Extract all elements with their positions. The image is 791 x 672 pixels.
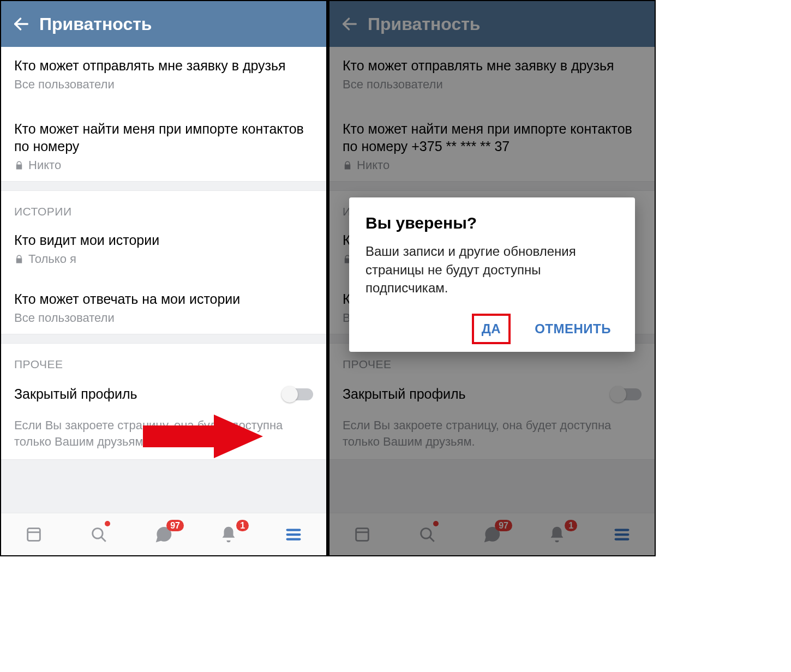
app-header: Приватность — [1, 1, 326, 47]
setting-friend-requests[interactable]: Кто может отправлять мне заявку в друзья… — [1, 47, 326, 100]
dialog-cancel-button[interactable]: ОТМЕНИТЬ — [527, 316, 619, 342]
bell-icon — [219, 525, 238, 544]
lock-icon — [14, 254, 24, 264]
messages-badge: 97 — [166, 520, 184, 531]
setting-title: Кто может найти меня при импорте контакт… — [14, 120, 313, 155]
menu-icon — [284, 525, 303, 544]
dialog-body: Ваши записи и другие обновления страницы… — [365, 242, 619, 297]
phone-left: Приватность Кто может отправлять мне зая… — [1, 1, 326, 555]
nav-notifications[interactable]: 1 — [216, 522, 241, 547]
setting-who-replies-stories[interactable]: Кто может отвечать на мои истории Все по… — [1, 280, 326, 334]
confirm-dialog: Вы уверены? Ваши записи и другие обновле… — [349, 197, 635, 352]
setting-title: Кто может отправлять мне заявку в друзья — [14, 57, 313, 74]
setting-closed-profile[interactable]: Закрытый профиль — [1, 374, 326, 410]
page-title: Приватность — [39, 14, 152, 34]
section-stories-header: ИСТОРИИ — [1, 191, 326, 221]
closed-profile-toggle[interactable] — [283, 388, 313, 400]
phone-right: Приватность Кто может отправлять мне зая… — [329, 1, 655, 555]
settings-content: Кто может отправлять мне заявку в друзья… — [1, 47, 326, 513]
svg-line-4 — [101, 537, 105, 541]
setting-value: Никто — [28, 158, 61, 172]
search-icon — [89, 525, 108, 544]
arrow-left-icon — [12, 15, 31, 33]
nav-messages[interactable]: 97 — [151, 522, 176, 547]
dialog-title: Вы уверены? — [365, 214, 619, 232]
setting-title: Кто может отвечать на мои истории — [14, 290, 313, 308]
notifications-badge: 1 — [236, 520, 249, 531]
section-other-header: ПРОЧЕЕ — [1, 344, 326, 374]
setting-title: Кто видит мои истории — [14, 231, 313, 249]
news-icon — [25, 525, 43, 544]
lock-icon — [14, 160, 24, 170]
setting-who-sees-stories[interactable]: Кто видит мои истории Только я — [1, 221, 326, 275]
svg-point-3 — [92, 528, 102, 538]
setting-value: Только я — [28, 252, 76, 266]
bottom-nav: 97 1 — [1, 513, 326, 555]
back-button[interactable] — [8, 15, 35, 33]
setting-value: Все пользователи — [14, 311, 313, 325]
setting-find-by-contacts[interactable]: Кто может найти меня при импорте контакт… — [1, 110, 326, 181]
nav-discover[interactable] — [86, 522, 111, 547]
setting-label: Закрытый профиль — [14, 386, 137, 402]
setting-value: Все пользователи — [14, 77, 313, 92]
discover-dot — [105, 521, 110, 526]
svg-rect-1 — [27, 528, 40, 541]
dialog-yes-button[interactable]: ДА — [472, 314, 511, 344]
closed-profile-hint: Если Вы закроете страницу, она будет дос… — [1, 410, 326, 459]
nav-menu[interactable] — [281, 522, 306, 547]
nav-news[interactable] — [21, 522, 46, 547]
